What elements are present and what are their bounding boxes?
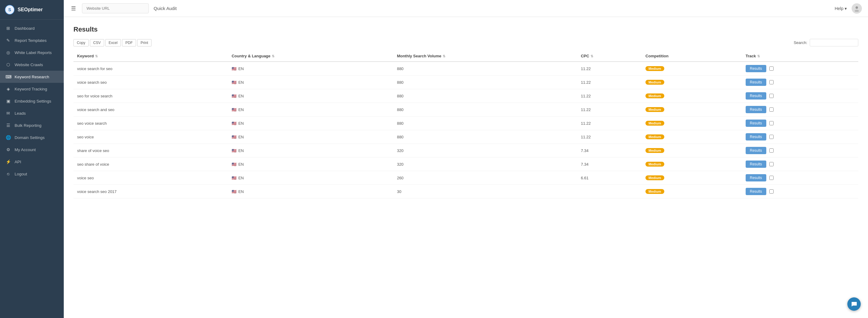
flag-icon-0: 🇺🇸 [231,66,237,71]
sidebar-item-embedding-settings[interactable]: ▣ Embedding Settings [0,95,64,107]
cell-country-5: 🇺🇸 EN [228,130,393,144]
table-row: seo share of voice 🇺🇸 EN 3207.34Medium R… [73,157,858,171]
cell-track-5: Results [742,130,858,144]
search-input[interactable] [810,39,858,46]
website-url-input[interactable] [82,3,149,13]
svg-point-3 [855,10,859,12]
sidebar-navigation: ⊞ Dashboard ✎ Report Templates ◎ White L… [0,20,64,182]
user-avatar[interactable] [851,3,862,14]
sidebar-label-embedding-settings: Embedding Settings [14,99,51,103]
col-header-cpc[interactable]: CPC⇅ [577,51,642,62]
cell-volume-9: 30 [393,185,577,198]
cell-track-3: Results [742,103,858,116]
track-checkbox-5[interactable] [769,135,774,139]
lang-1: EN [238,80,244,85]
sidebar-item-dashboard[interactable]: ⊞ Dashboard [0,22,64,34]
table-copy-button[interactable]: Copy [73,39,89,46]
col-header-volume[interactable]: Monthly Search Volume⇅ [393,51,577,62]
sidebar-item-website-crawls[interactable]: ⬡ Website Crawls [0,59,64,71]
flag-icon-7: 🇺🇸 [231,162,237,167]
lang-4: EN [238,121,244,126]
results-button-9[interactable]: Results [746,188,766,195]
sidebar-item-bulk-reporting[interactable]: ☰ Bulk Reporting [0,119,64,131]
table-csv-button[interactable]: CSV [90,39,104,46]
cell-cpc-6: 7.34 [577,144,642,157]
cell-country-0: 🇺🇸 EN [228,62,393,75]
cell-cpc-1: 11.22 [577,75,642,89]
cell-track-8: Results [742,171,858,185]
col-header-track[interactable]: Track⇅ [742,51,858,62]
sidebar-label-dashboard: Dashboard [14,26,35,31]
main-content: Results CopyCSVExcelPDFPrint Search: Key… [64,17,868,318]
header-row: Keyword⇅Country & Language⇅Monthly Searc… [73,51,858,62]
cell-volume-7: 320 [393,157,577,171]
sidebar-item-keyword-research[interactable]: ⌨ Keyword Research [0,71,64,83]
cell-track-9: Results [742,185,858,198]
sidebar-item-white-label-reports[interactable]: ◎ White Label Reports [0,46,64,59]
keyword-tracking-icon: ◈ [5,87,11,91]
sidebar-item-api[interactable]: ⚡ API [0,156,64,168]
table-pdf-button[interactable]: PDF [122,39,136,46]
white-label-reports-icon: ◎ [5,50,11,55]
track-checkbox-9[interactable] [769,189,774,194]
sidebar-label-logout: Logout [14,172,27,176]
track-checkbox-8[interactable] [769,176,774,180]
flag-icon-6: 🇺🇸 [231,148,237,153]
flag-cell-3: 🇺🇸 EN [231,107,390,112]
sidebar-item-report-templates[interactable]: ✎ Report Templates [0,34,64,46]
results-button-8[interactable]: Results [746,174,766,182]
sidebar-item-domain-settings[interactable]: 🌐 Domain Settings [0,131,64,144]
flag-icon-5: 🇺🇸 [231,135,237,139]
table-controls: CopyCSVExcelPDFPrint Search: [73,39,858,46]
my-account-icon: ⚙ [5,147,11,152]
sort-icon-cpc: ⇅ [590,54,593,58]
results-button-1[interactable]: Results [746,78,766,86]
menu-toggle-button[interactable]: ☰ [70,4,77,13]
search-area: Search: [794,39,858,46]
cell-volume-5: 880 [393,130,577,144]
lang-0: EN [238,66,244,71]
results-button-2[interactable]: Results [746,92,766,99]
cell-cpc-9 [577,185,642,198]
track-checkbox-0[interactable] [769,66,774,71]
flag-cell-0: 🇺🇸 EN [231,66,390,71]
cell-competition-1: Medium [642,75,742,89]
sidebar-label-keyword-research: Keyword Research [14,75,49,79]
lang-9: EN [238,189,244,194]
help-button[interactable]: Help ▾ [835,6,847,11]
results-button-3[interactable]: Results [746,106,766,113]
track-checkbox-7[interactable] [769,162,774,166]
chat-bubble[interactable] [847,297,861,311]
sidebar-item-keyword-tracking[interactable]: ◈ Keyword Tracking [0,83,64,95]
results-button-6[interactable]: Results [746,147,766,154]
track-checkbox-3[interactable] [769,107,774,112]
competition-badge-9: Medium [646,189,664,194]
results-button-0[interactable]: Results [746,65,766,72]
track-checkbox-1[interactable] [769,80,774,84]
col-header-keyword[interactable]: Keyword⇅ [73,51,228,62]
cell-volume-8: 260 [393,171,577,185]
table-row: share of voice seo 🇺🇸 EN 3207.34Medium R… [73,144,858,157]
table-excel-button[interactable]: Excel [105,39,121,46]
sort-icon-track: ⇅ [757,54,760,58]
flag-cell-6: 🇺🇸 EN [231,148,390,153]
sidebar-item-leads[interactable]: ✉ Leads [0,107,64,119]
table-print-button[interactable]: Print [137,39,152,46]
sidebar-item-my-account[interactable]: ⚙ My Account [0,144,64,156]
track-checkbox-6[interactable] [769,148,774,153]
sidebar-label-api: API [14,160,21,164]
cell-track-0: Results [742,62,858,75]
track-checkbox-4[interactable] [769,121,774,125]
main-area: ☰ Quick Audit Help ▾ Results CopyCSVExce… [64,0,868,318]
report-templates-icon: ✎ [5,38,11,43]
sidebar-label-report-templates: Report Templates [14,38,47,43]
sidebar-item-logout[interactable]: ⎋ Logout [0,168,64,180]
results-button-7[interactable]: Results [746,161,766,168]
lang-3: EN [238,107,244,112]
col-header-country[interactable]: Country & Language⇅ [228,51,393,62]
results-button-4[interactable]: Results [746,120,766,127]
table-row: seo voice 🇺🇸 EN 88011.22Medium Results [73,130,858,144]
track-checkbox-2[interactable] [769,94,774,98]
cell-track-1: Results [742,75,858,89]
results-button-5[interactable]: Results [746,133,766,140]
